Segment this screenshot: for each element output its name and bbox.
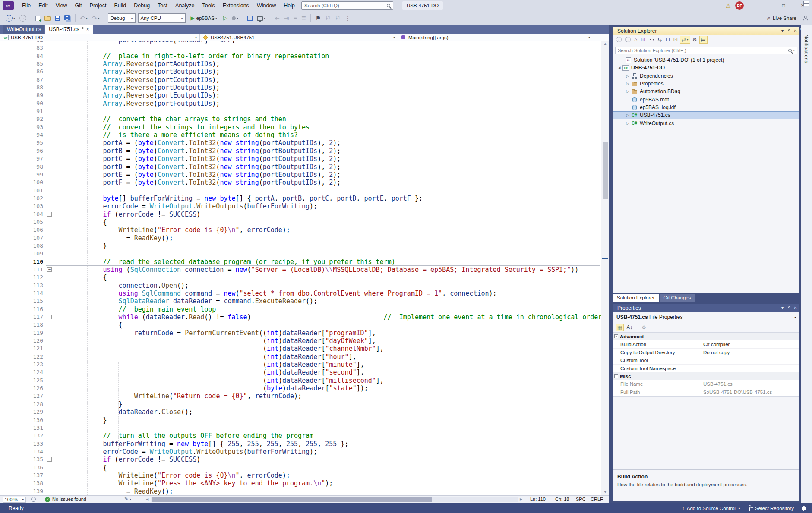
code-line-89[interactable]: 89Array.Reverse(portEoutputIDs); (0, 91, 601, 99)
breadcrumb-section-3[interactable]: Main(string[] args)▾ (398, 34, 593, 41)
next-bookmark-icon[interactable]: ⚐ (333, 13, 342, 23)
fold-collapse-icon[interactable]: − (47, 212, 52, 217)
property-row-custom-tool[interactable]: Custom Tool (613, 356, 799, 364)
menu-view[interactable]: View (52, 0, 71, 11)
code-line-116[interactable]: 116// begin main event loop (0, 305, 601, 313)
save-icon[interactable] (53, 14, 62, 22)
code-line-130[interactable]: 130} (0, 416, 601, 424)
pin-tab-icon[interactable] (82, 27, 84, 29)
code-line-92[interactable]: 92// convert the char arrays to strings … (0, 115, 601, 123)
code-line-128[interactable]: 128} (0, 400, 601, 408)
code-line-131[interactable]: 131 (0, 424, 601, 432)
code-line-90[interactable]: 90Array.Reverse(portFoutputIDs); (0, 100, 601, 107)
code-line-88[interactable]: 88Array.Reverse(portDoutputIDs); (0, 84, 601, 91)
code-line-129[interactable]: 129dataReader.Close(); (0, 408, 601, 416)
new-project-icon[interactable] (34, 14, 42, 22)
user-avatar[interactable]: DF (735, 1, 744, 10)
code-line-138[interactable]: 138WriteLine("Press the <ANY> key to end… (0, 479, 601, 487)
pin-panel-icon[interactable] (788, 29, 790, 31)
menu-debug[interactable]: Debug (130, 0, 154, 11)
se-sync-icon[interactable]: ⇆ (657, 36, 664, 43)
property-category-advanced[interactable]: −Advanced (613, 333, 799, 340)
property-value[interactable]: C# compiler (701, 340, 799, 348)
code-line-123[interactable]: 123(int)dataReader["minute"], (0, 361, 601, 368)
code-line-99[interactable]: 99portE = (byte)Convert.ToInt32(new stri… (0, 171, 601, 179)
code-line-100[interactable]: 100portF = (byte)Convert.ToInt32(new str… (0, 179, 601, 186)
tree-item-properties[interactable]: ▷Properties (613, 80, 799, 88)
code-line-125[interactable]: 125(int)dataReader["millisecond"], (0, 377, 601, 384)
se-home-icon[interactable]: ⌂ (633, 36, 638, 43)
document-health-icon[interactable] (31, 497, 36, 502)
se-pending-changes-icon[interactable]: ◔▾ (647, 36, 655, 43)
menu-git[interactable]: Git (71, 0, 86, 11)
code-line-84[interactable]: 84// place in right-to-left order for bi… (0, 52, 601, 60)
nav-back-icon[interactable]: ←▾ (4, 13, 17, 23)
code-editor[interactable]: 82portFoutputIDs[indexer] = OFF;8384// p… (0, 41, 609, 495)
se-preview-icon[interactable]: ▤ (699, 36, 708, 44)
properties-object-dropdown[interactable]: USB-4751.cs File Properties ▾ (613, 312, 799, 322)
indent-decrease-icon[interactable]: ⇤ (273, 13, 281, 23)
property-value[interactable]: S:\USB-4751-DO\USB-4751.cs (701, 388, 799, 396)
code-line-87[interactable]: 87Array.Reverse(portCoutputIDs); (0, 76, 601, 84)
code-line-83[interactable]: 83 (0, 44, 601, 52)
code-line-111[interactable]: 111−using (SqlConnection connection = ne… (0, 266, 601, 274)
fold-collapse-icon[interactable]: − (47, 315, 52, 319)
code-line-96[interactable]: 96portB = (byte)Convert.ToInt32(new stri… (0, 147, 601, 155)
property-row-copy-to-output-directory[interactable]: Copy to Output DirectoryDo not copy (613, 349, 799, 356)
redo-icon[interactable]: ↷▾ (90, 13, 101, 23)
indent-increase-icon[interactable]: ⇥ (282, 13, 291, 23)
se-sync-with-active-icon[interactable]: ⇄▾ (680, 36, 690, 44)
property-value[interactable]: Do not copy (701, 349, 799, 356)
tree-item-ep5bas-mdf[interactable]: ep5BAS.mdf (613, 95, 799, 103)
code-line-82[interactable]: 82portFoutputIDs[indexer] = OFF; (0, 41, 601, 44)
code-line-124[interactable]: 124(int)dataReader["second"], (0, 368, 601, 376)
code-line-120[interactable]: 120(int)dataReader["dayOfWeek"], (0, 337, 601, 345)
menu-file[interactable]: File (18, 0, 35, 11)
fold-collapse-icon[interactable]: − (47, 457, 52, 462)
notifications-bell-icon[interactable] (802, 506, 806, 510)
code-line-105[interactable]: 105{ (0, 218, 601, 226)
close-tab-icon[interactable]: × (86, 26, 89, 32)
close-panel-icon[interactable]: × (794, 305, 797, 311)
code-line-102[interactable]: 102byte[] bufferForWriting = new byte[] … (0, 195, 601, 202)
menu-test[interactable]: Test (154, 0, 171, 11)
attach-process-icon[interactable] (246, 14, 254, 22)
scroll-right-icon[interactable]: ▶ (520, 497, 522, 501)
property-value[interactable]: USB-4751.cs (701, 380, 799, 387)
tree-item-writeoutput-cs[interactable]: ▷WriteOutput.cs (613, 119, 799, 127)
se-back-icon[interactable]: ← (615, 36, 623, 43)
comment-icon[interactable]: ≡ (291, 13, 298, 23)
menu-tools[interactable]: Tools (199, 0, 219, 11)
property-category-misc[interactable]: −Misc (613, 372, 799, 380)
tab-usb-4751.cs[interactable]: USB-4751.cs× (45, 25, 93, 34)
tool-tab-git-changes[interactable]: Git Changes (660, 294, 695, 302)
code-line-86[interactable]: 86Array.Reverse(portBoutputIDs); (0, 68, 601, 76)
panel-dropdown-icon[interactable]: ▾ (781, 305, 784, 310)
scroll-down-icon[interactable]: ▼ (601, 489, 609, 495)
code-line-135[interactable]: 135−if (errorCode != SUCCESS) (0, 456, 601, 463)
platform-dropdown[interactable]: Any CPU▾ (138, 13, 186, 23)
hot-reload-icon[interactable]: ▾ (230, 15, 240, 22)
code-line-98[interactable]: 98portD = (byte)Convert.ToInt32(new stri… (0, 163, 601, 171)
property-value[interactable] (701, 365, 799, 372)
global-search-input[interactable]: Search (Ctrl+Q) (301, 1, 393, 10)
horizontal-scroll-thumb[interactable] (152, 497, 432, 502)
code-suggestions-icon[interactable]: ✎ ▾ (124, 496, 131, 502)
code-line-97[interactable]: 97portC = (byte)Convert.ToInt32(new stri… (0, 155, 601, 163)
warning-icon[interactable]: ⚠ (726, 3, 731, 9)
start-debug-button[interactable]: ▶ep5BAS▾ (189, 14, 219, 22)
code-line-94[interactable]: 94// is there a more efficient means of … (0, 131, 601, 139)
fold-collapse-icon[interactable]: − (47, 267, 52, 272)
zoom-level-dropdown[interactable]: 100 %▾ (3, 497, 26, 503)
code-line-101[interactable]: 101 (0, 187, 601, 195)
code-line-93[interactable]: 93// convert the strings to integers and… (0, 123, 601, 131)
props-alphabetical-icon[interactable]: A↓ (625, 324, 634, 331)
se-collapse-all-icon[interactable]: ⊟ (664, 36, 671, 43)
code-line-115[interactable]: 115SqlDataReader dataReader = command.Ex… (0, 297, 601, 305)
tree-item-usb-4751-do[interactable]: ◢USB-4751-DO (613, 64, 799, 72)
notifications-tab[interactable]: Notifications (801, 25, 812, 503)
code-line-112[interactable]: 112{ (0, 274, 601, 281)
props-wrench-icon[interactable]: ⚙ (640, 324, 648, 331)
property-value[interactable] (701, 356, 799, 364)
split-window-button[interactable] (803, 1, 809, 6)
